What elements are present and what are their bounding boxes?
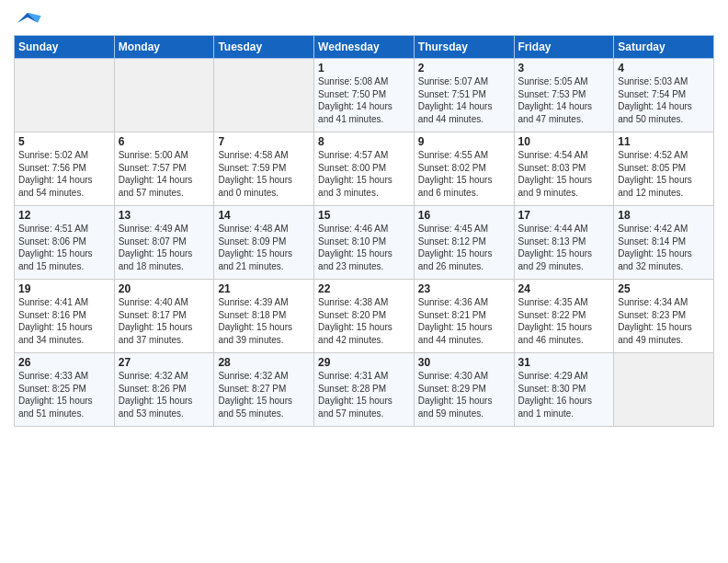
day-info: Sunrise: 4:41 AM Sunset: 8:16 PM Dayligh… xyxy=(18,296,110,346)
day-number: 19 xyxy=(18,282,110,295)
day-info: Sunrise: 4:48 AM Sunset: 8:09 PM Dayligh… xyxy=(218,223,310,272)
calendar-cell: 15Sunrise: 4:46 AM Sunset: 8:10 PM Dayli… xyxy=(314,206,415,280)
day-info: Sunrise: 4:32 AM Sunset: 8:27 PM Dayligh… xyxy=(218,370,310,419)
calendar-cell: 9Sunrise: 4:55 AM Sunset: 8:02 PM Daylig… xyxy=(414,132,514,206)
calendar-cell: 24Sunrise: 4:35 AM Sunset: 8:22 PM Dayli… xyxy=(514,280,614,353)
day-info: Sunrise: 4:39 AM Sunset: 8:18 PM Dayligh… xyxy=(218,296,310,346)
calendar-cell: 25Sunrise: 4:34 AM Sunset: 8:23 PM Dayli… xyxy=(614,280,714,353)
day-info: Sunrise: 4:34 AM Sunset: 8:23 PM Dayligh… xyxy=(618,296,710,346)
calendar-cell: 29Sunrise: 4:31 AM Sunset: 8:28 PM Dayli… xyxy=(314,353,415,427)
calendar-cell: 6Sunrise: 5:00 AM Sunset: 7:57 PM Daylig… xyxy=(114,132,214,206)
day-number: 22 xyxy=(318,282,410,295)
day-info: Sunrise: 4:29 AM Sunset: 8:30 PM Dayligh… xyxy=(518,370,610,419)
calendar-week-3: 12Sunrise: 4:51 AM Sunset: 8:06 PM Dayli… xyxy=(15,206,714,280)
day-number: 15 xyxy=(318,209,410,222)
calendar-cell: 17Sunrise: 4:44 AM Sunset: 8:13 PM Dayli… xyxy=(514,206,614,280)
day-info: Sunrise: 4:40 AM Sunset: 8:17 PM Dayligh… xyxy=(119,296,210,346)
calendar-cell xyxy=(114,59,214,132)
day-number: 16 xyxy=(418,209,510,222)
day-number: 5 xyxy=(18,135,110,148)
calendar-cell: 26Sunrise: 4:33 AM Sunset: 8:25 PM Dayli… xyxy=(15,353,115,427)
day-number: 17 xyxy=(518,209,610,222)
calendar-cell xyxy=(614,353,714,427)
weekday-header-sunday: Sunday xyxy=(15,36,115,59)
day-number: 23 xyxy=(418,282,510,295)
day-info: Sunrise: 4:58 AM Sunset: 7:59 PM Dayligh… xyxy=(218,149,310,199)
calendar-body: 1Sunrise: 5:08 AM Sunset: 7:50 PM Daylig… xyxy=(15,59,714,427)
calendar-cell: 7Sunrise: 4:58 AM Sunset: 7:59 PM Daylig… xyxy=(214,132,314,206)
day-info: Sunrise: 4:52 AM Sunset: 8:05 PM Dayligh… xyxy=(618,149,710,199)
day-number: 1 xyxy=(318,62,410,75)
weekday-header-monday: Monday xyxy=(114,36,214,59)
day-number: 6 xyxy=(119,135,210,148)
day-number: 27 xyxy=(119,356,210,369)
day-info: Sunrise: 4:38 AM Sunset: 8:20 PM Dayligh… xyxy=(318,296,410,346)
day-number: 31 xyxy=(518,356,610,369)
calendar-cell: 1Sunrise: 5:08 AM Sunset: 7:50 PM Daylig… xyxy=(314,59,415,132)
day-info: Sunrise: 5:05 AM Sunset: 7:53 PM Dayligh… xyxy=(518,75,610,125)
logo-icon xyxy=(14,9,41,29)
calendar-cell: 19Sunrise: 4:41 AM Sunset: 8:16 PM Dayli… xyxy=(15,280,115,353)
weekday-header-wednesday: Wednesday xyxy=(314,36,415,59)
page-header xyxy=(14,9,714,29)
calendar-cell xyxy=(214,59,314,132)
calendar-cell: 13Sunrise: 4:49 AM Sunset: 8:07 PM Dayli… xyxy=(114,206,214,280)
calendar-cell: 11Sunrise: 4:52 AM Sunset: 8:05 PM Dayli… xyxy=(614,132,714,206)
calendar-cell: 23Sunrise: 4:36 AM Sunset: 8:21 PM Dayli… xyxy=(414,280,514,353)
calendar-cell: 30Sunrise: 4:30 AM Sunset: 8:29 PM Dayli… xyxy=(414,353,514,427)
calendar-week-2: 5Sunrise: 5:02 AM Sunset: 7:56 PM Daylig… xyxy=(15,132,714,206)
day-info: Sunrise: 4:46 AM Sunset: 8:10 PM Dayligh… xyxy=(318,223,410,272)
weekday-header-row: SundayMondayTuesdayWednesdayThursdayFrid… xyxy=(15,36,714,59)
day-info: Sunrise: 5:00 AM Sunset: 7:57 PM Dayligh… xyxy=(119,149,210,199)
day-info: Sunrise: 4:31 AM Sunset: 8:28 PM Dayligh… xyxy=(318,370,410,419)
calendar-cell: 5Sunrise: 5:02 AM Sunset: 7:56 PM Daylig… xyxy=(15,132,115,206)
day-info: Sunrise: 4:49 AM Sunset: 8:07 PM Dayligh… xyxy=(119,223,210,272)
day-number: 21 xyxy=(218,282,310,295)
day-number: 29 xyxy=(318,356,410,369)
day-number: 12 xyxy=(18,209,110,222)
calendar-cell: 12Sunrise: 4:51 AM Sunset: 8:06 PM Dayli… xyxy=(15,206,115,280)
day-number: 13 xyxy=(119,209,210,222)
day-info: Sunrise: 4:57 AM Sunset: 8:00 PM Dayligh… xyxy=(318,149,410,199)
weekday-header-friday: Friday xyxy=(514,36,614,59)
day-number: 9 xyxy=(418,135,510,148)
day-number: 3 xyxy=(518,62,610,75)
calendar-cell: 18Sunrise: 4:42 AM Sunset: 8:14 PM Dayli… xyxy=(614,206,714,280)
calendar-cell: 21Sunrise: 4:39 AM Sunset: 8:18 PM Dayli… xyxy=(214,280,314,353)
calendar-cell: 16Sunrise: 4:45 AM Sunset: 8:12 PM Dayli… xyxy=(414,206,514,280)
calendar-cell: 31Sunrise: 4:29 AM Sunset: 8:30 PM Dayli… xyxy=(514,353,614,427)
calendar-cell xyxy=(15,59,115,132)
day-info: Sunrise: 4:55 AM Sunset: 8:02 PM Dayligh… xyxy=(418,149,510,199)
day-number: 28 xyxy=(218,356,310,369)
logo xyxy=(14,9,45,29)
day-info: Sunrise: 4:51 AM Sunset: 8:06 PM Dayligh… xyxy=(18,223,110,272)
calendar-week-4: 19Sunrise: 4:41 AM Sunset: 8:16 PM Dayli… xyxy=(15,280,714,353)
day-number: 20 xyxy=(119,282,210,295)
day-info: Sunrise: 4:30 AM Sunset: 8:29 PM Dayligh… xyxy=(418,370,510,419)
day-number: 8 xyxy=(318,135,410,148)
calendar-week-1: 1Sunrise: 5:08 AM Sunset: 7:50 PM Daylig… xyxy=(15,59,714,132)
calendar-cell: 2Sunrise: 5:07 AM Sunset: 7:51 PM Daylig… xyxy=(414,59,514,132)
day-info: Sunrise: 4:33 AM Sunset: 8:25 PM Dayligh… xyxy=(18,370,110,419)
weekday-header-tuesday: Tuesday xyxy=(214,36,314,59)
calendar-table: SundayMondayTuesdayWednesdayThursdayFrid… xyxy=(14,35,714,427)
calendar-cell: 20Sunrise: 4:40 AM Sunset: 8:17 PM Dayli… xyxy=(114,280,214,353)
calendar-cell: 27Sunrise: 4:32 AM Sunset: 8:26 PM Dayli… xyxy=(114,353,214,427)
calendar-cell: 8Sunrise: 4:57 AM Sunset: 8:00 PM Daylig… xyxy=(314,132,415,206)
calendar-cell: 4Sunrise: 5:03 AM Sunset: 7:54 PM Daylig… xyxy=(614,59,714,132)
calendar-cell: 3Sunrise: 5:05 AM Sunset: 7:53 PM Daylig… xyxy=(514,59,614,132)
day-info: Sunrise: 5:08 AM Sunset: 7:50 PM Dayligh… xyxy=(318,75,410,125)
day-info: Sunrise: 4:35 AM Sunset: 8:22 PM Dayligh… xyxy=(518,296,610,346)
day-number: 11 xyxy=(618,135,710,148)
day-number: 25 xyxy=(618,282,710,295)
weekday-header-thursday: Thursday xyxy=(414,36,514,59)
day-info: Sunrise: 4:36 AM Sunset: 8:21 PM Dayligh… xyxy=(418,296,510,346)
day-number: 24 xyxy=(518,282,610,295)
day-info: Sunrise: 4:32 AM Sunset: 8:26 PM Dayligh… xyxy=(119,370,210,419)
calendar-cell: 22Sunrise: 4:38 AM Sunset: 8:20 PM Dayli… xyxy=(314,280,415,353)
day-info: Sunrise: 4:44 AM Sunset: 8:13 PM Dayligh… xyxy=(518,223,610,272)
day-number: 26 xyxy=(18,356,110,369)
weekday-header-saturday: Saturday xyxy=(614,36,714,59)
day-info: Sunrise: 5:02 AM Sunset: 7:56 PM Dayligh… xyxy=(18,149,110,199)
day-number: 4 xyxy=(618,62,710,75)
